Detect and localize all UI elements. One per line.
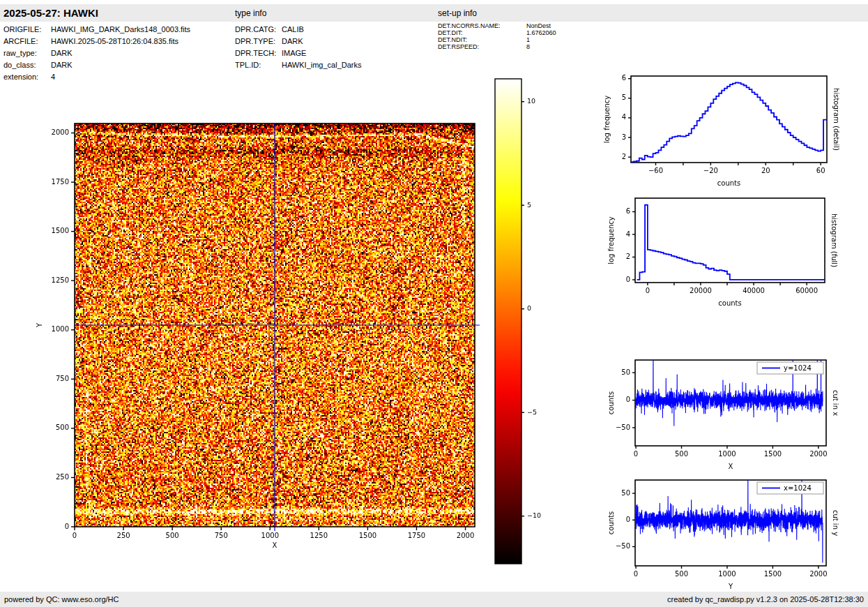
type-info-value: CALIB [282,24,304,36]
type-info-label: DPR.CATG: [235,24,282,36]
footer-band: powered by QC: www.eso.org/HC created by… [0,592,868,607]
type-info-label: DPR.TECH: [235,47,282,59]
file-info-row: ARCFILE:HAWKI.2025-05-28T10:26:04.835.fi… [3,36,190,47]
histogram-full-plot [582,185,868,324]
file-info-label: raw_type: [3,47,51,59]
setup-info-row: DET.RSPEED:8 [438,43,556,50]
setup-info-value: 1 [526,36,530,43]
setup-info-label: DET.NDIT: [438,36,526,43]
setup-info-label: DET.RSPEED: [438,43,526,50]
type-info-row: DPR.TYPE:DARK [235,36,362,47]
file-info-label: ORIGFILE: [3,24,51,36]
setup-info-value: 8 [526,43,530,50]
cut-in-x-plot [582,347,868,479]
setup-info-value: NonDest [526,22,551,29]
header-band: 2025-05-27: HAWKI type info set-up info [0,4,868,22]
footer-right-text: created by qc_rawdisp.py v1.2.3 on 2025-… [667,595,864,604]
type-info-value: IMAGE [282,47,306,59]
file-info-label: ARCFILE: [3,36,51,47]
histogram-detail-plot [582,63,868,199]
cut-in-y-plot [582,467,868,592]
type-info-label: DPR.TYPE: [235,36,282,47]
file-info-value: HAWKI.2025-05-28T10:26:04.835.fits [51,36,178,47]
page-title: 2025-05-27: HAWKI [3,7,98,19]
setup-info-row: DET.NCORRS.NAME:NonDest [438,22,556,29]
file-info-row: raw_type:DARK [3,47,190,59]
file-info-row: ORIGFILE:HAWKI_IMG_DARK_Darks148_0003.fi… [3,24,190,36]
file-info-value: HAWKI_IMG_DARK_Darks148_0003.fits [51,24,190,36]
setup-info-label: DET.NCORRS.NAME: [438,22,526,29]
section-title-setup-info: set-up info [438,8,477,18]
type-info-row: DPR.TECH:IMAGE [235,47,362,59]
dark-frame-image-plot [21,70,495,558]
colorbar [488,70,558,572]
setup-info-row: DET.DIT:1.6762060 [438,29,556,36]
type-info-value: DARK [282,36,303,47]
section-title-type-info: type info [235,8,266,18]
setup-info-value: 1.6762060 [526,29,556,36]
file-info-value: DARK [51,47,73,59]
setup-info-label: DET.DIT: [438,29,526,36]
qc-report-page: 2025-05-27: HAWKI type info set-up info … [0,0,868,607]
setup-info-block: DET.NCORRS.NAME:NonDest DET.DIT:1.676206… [438,22,556,50]
type-info-block: DPR.CATG:CALIB DPR.TYPE:DARK DPR.TECH:IM… [235,24,362,71]
type-info-row: DPR.CATG:CALIB [235,24,362,36]
footer-left-text: powered by QC: www.eso.org/HC [4,595,119,604]
setup-info-row: DET.NDIT:1 [438,36,556,43]
